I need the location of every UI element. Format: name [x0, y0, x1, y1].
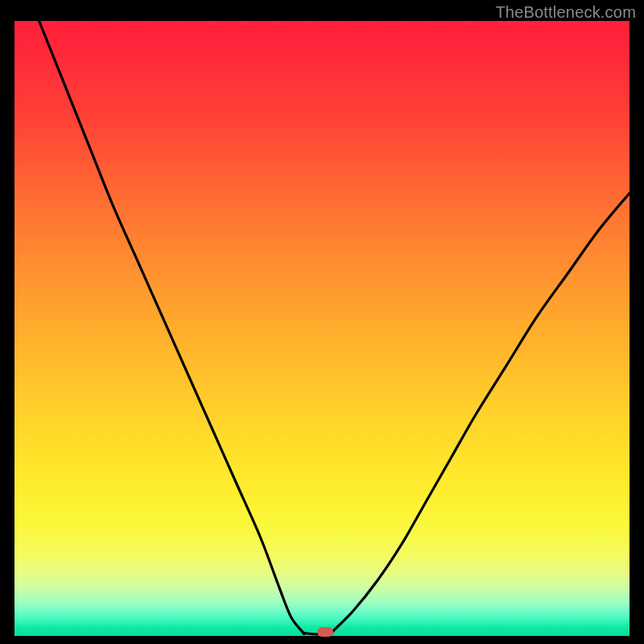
plot-area: [14, 21, 630, 636]
curve-path: [39, 21, 630, 634]
bottleneck-curve: [14, 21, 630, 636]
chart-frame: TheBottleneck.com: [0, 0, 644, 644]
watermark-text: TheBottleneck.com: [495, 3, 636, 22]
optimum-marker: [317, 627, 333, 637]
